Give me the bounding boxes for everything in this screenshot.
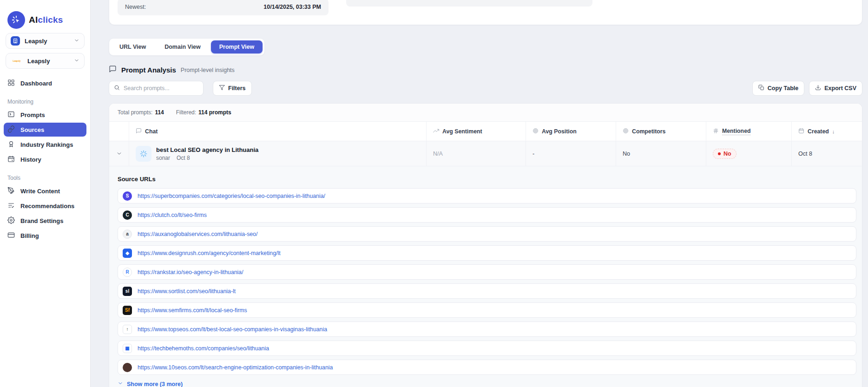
copy-icon [758,85,764,92]
leapsly-wordmark-icon: Leapsly [11,60,23,62]
chat-bubble-icon [136,128,142,135]
favicon-superbcompanies: S [123,191,132,201]
source-url-row[interactable]: R https://rankstar.io/seo-agency-in-lith… [118,264,856,280]
source-url-link[interactable]: https://www.sortlist.com/seo/lithuania-l… [138,288,236,295]
prompt-table-card: Total prompts:114 Filtered:114 prompts C… [109,103,862,387]
sidebar-item-brand-settings[interactable]: Brand Settings [4,214,86,228]
source-url-row[interactable]: ↑ https://www.topseos.com/lt/best-local-… [118,321,856,337]
filtered-label: Filtered: [176,109,196,116]
tab-url-view[interactable]: URL View [111,40,154,53]
prompt-date: Oct 8 [177,155,190,161]
sidebar-item-write-content[interactable]: Write Content [4,184,86,198]
tab-domain-view[interactable]: Domain View [156,40,209,53]
column-header-competitors[interactable]: Competitors [616,122,706,141]
brand-logo: AIclicks [0,0,90,29]
table-header-row: Chat Avg Sentiment Avg Position Competit… [109,122,862,141]
prompt-title: best Local SEO agency in Lithuania [156,146,258,154]
export-csv-button[interactable]: Export CSV [809,81,862,96]
search-input[interactable] [124,85,198,92]
source-url-row[interactable]: Sf https://www.semfirms.com/lt/local-seo… [118,302,856,318]
favicon-10seos [123,363,132,372]
column-header-avg-sentiment[interactable]: Avg Sentiment [426,122,526,141]
source-url-row[interactable]: ◆ https://www.designrush.com/agency/cont… [118,245,856,261]
workspace-select-secondary[interactable]: Leapsly Leapsly [6,53,85,69]
sidebar-item-history[interactable]: History [4,152,86,166]
download-icon [815,85,821,92]
sort-desc-icon: ↓ [832,129,835,134]
chevron-down-icon [74,37,79,45]
source-url-link[interactable]: https://www.topseos.com/lt/best-local-se… [138,326,327,333]
award-icon [7,140,15,149]
show-more-button[interactable]: Show more (3 more) [118,380,856,387]
sidebar-item-billing[interactable]: Billing [4,229,86,243]
chevron-down-icon [118,380,123,387]
aiclicks-logo-icon [7,11,25,29]
filters-button[interactable]: Filters [213,81,252,96]
total-prompts-value: 114 [155,109,164,116]
source-url-link[interactable]: https://www.semfirms.com/lt/local-seo-fi… [138,307,247,314]
source-url-row[interactable]: S https://superbcompanies.com/categories… [118,188,856,203]
avg-position-cell: - [526,141,616,166]
newest-stat-row: Newest: 10/14/2025, 03:33 PM [118,0,329,15]
favicon-designrush: ◆ [123,249,132,258]
newest-label: Newest: [125,4,146,10]
tab-prompt-view[interactable]: Prompt View [211,40,263,53]
source-url-row[interactable]: https://www.10seos.com/lt/search-engine-… [118,360,856,375]
pen-icon [7,187,15,196]
source-url-link[interactable]: https://superbcompanies.com/categories/l… [138,193,325,199]
column-header-chat[interactable]: Chat [129,122,426,141]
funnel-icon [219,85,225,92]
source-url-row[interactable]: sl https://www.sortlist.com/seo/lithuani… [118,283,856,299]
prompt-row[interactable]: best Local SEO agency in Lithuania sonar… [109,141,862,166]
prompt-avatar-icon [136,146,151,162]
favicon-techbehemoths: ▦ [123,344,132,353]
source-url-link[interactable]: https://auxanoglobalservices.com/lithuan… [138,231,257,237]
favicon-topseos: ↑ [123,325,132,334]
source-url-row[interactable]: C https://clutch.co/lt/seo-firms [118,207,856,223]
source-url-link[interactable]: https://rankstar.io/seo-agency-in-lithua… [138,269,243,275]
source-url-row[interactable]: a https://auxanoglobalservices.com/lithu… [118,226,856,242]
calendar-clock-icon [7,155,15,164]
panel-header: Prompt Analysis Prompt-level insights [109,65,862,75]
column-header-mentioned[interactable]: Mentioned [706,122,791,141]
sidebar-item-prompts[interactable]: Prompts [4,108,86,122]
terminal-icon [7,111,15,119]
search-icon [114,84,120,92]
sidebar-item-recommendations[interactable]: Recommendations [4,199,86,213]
favicon-rankstar: R [123,268,132,277]
chat-bubble-icon [109,65,117,75]
nav-section-tools: Tools [7,175,90,181]
prompt-model: sonar [156,155,170,161]
target-icon [623,128,629,135]
source-url-link[interactable]: https://techbehemoths.com/companies/seo/… [138,345,269,352]
hash-icon [713,128,719,135]
source-url-link[interactable]: https://www.designrush.com/agency/conten… [138,250,281,256]
favicon-semfirms: Sf [123,306,132,315]
copy-table-button[interactable]: Copy Table [752,81,804,96]
expander-header-cell [109,122,129,141]
chevron-down-icon [74,57,79,65]
sidebar-nav: Dashboard Monitoring Prompts Sources Ind… [0,76,90,243]
trending-up-icon [433,128,439,135]
column-header-avg-position[interactable]: Avg Position [526,122,616,141]
main-content: Newest: 10/14/2025, 03:33 PM URL View Do… [91,0,868,387]
newest-value: 10/14/2025, 03:33 PM [263,4,321,10]
source-url-row[interactable]: ▦ https://techbehemoths.com/companies/se… [118,341,856,356]
sidebar-item-sources[interactable]: Sources [4,123,86,137]
sidebar-item-dashboard[interactable]: Dashboard [4,76,86,90]
sidebar-item-industry-rankings[interactable]: Industry Rankings [4,138,86,151]
workspace-select-primary[interactable]: Leapsly [6,33,85,49]
list-check-icon [7,202,15,210]
row-expander[interactable] [109,141,129,166]
building-icon [11,36,20,46]
source-url-link[interactable]: https://clutch.co/lt/seo-firms [138,212,207,218]
source-url-link[interactable]: https://www.10seos.com/lt/search-engine-… [138,364,333,371]
favicon-clutch: C [123,210,132,220]
column-header-created[interactable]: Created ↓ [791,122,862,141]
mentioned-cell: No [706,141,791,166]
calendar-icon [798,128,804,135]
toolbar: Filters Copy Table Export CSV [109,81,862,96]
mentioned-badge: No [713,149,736,159]
red-dot-icon [718,152,721,155]
target-icon [533,128,539,135]
